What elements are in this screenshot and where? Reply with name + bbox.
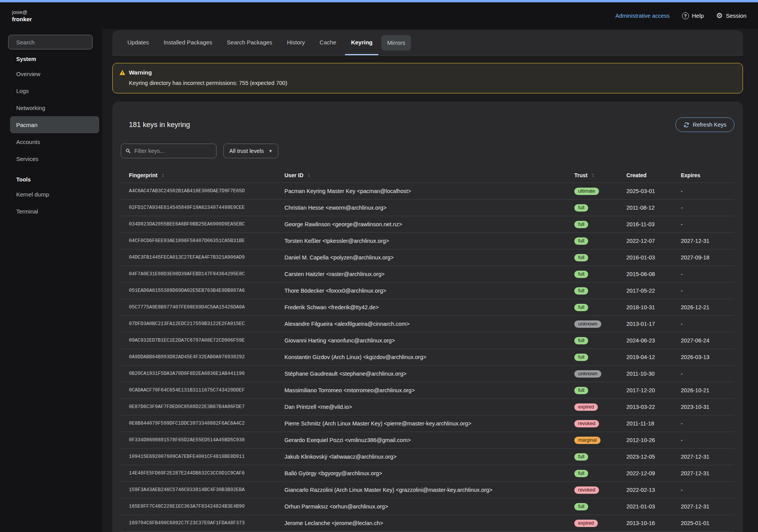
key-expires: 2026-10-21 — [673, 387, 734, 393]
key-fingerprint: 0B20CA1931F5DA3A70D0F8D2EA6836E1AB441196 — [121, 371, 276, 376]
key-row[interactable]: 07DFD3A0BC213FA12EDC217559B3122E2FA915EC… — [121, 316, 734, 332]
column-header[interactable]: Expires ↕ — [673, 172, 734, 178]
key-expires: 2027-06-24 — [673, 337, 734, 344]
sidebar-nav-item[interactable]: Networking — [10, 99, 99, 116]
trust-badge: full — [574, 221, 588, 228]
key-expires: 2027-12-31 — [673, 503, 734, 510]
filter-keys-box[interactable] — [121, 144, 217, 158]
tab-label: Mirrors — [387, 39, 405, 46]
key-created: 2011-10-30 — [618, 371, 673, 377]
key-row[interactable]: 14E46FE5FD69F2E287E244DB632C3CC0D1C9CAF6… — [121, 465, 734, 482]
key-expires: - — [673, 420, 734, 427]
key-row[interactable]: 02FD1C7A934E614545849F19A6234074498E9CEE… — [121, 200, 734, 216]
key-expires: - — [673, 371, 734, 377]
key-fingerprint: 034D823DA2055BEE6A6BF0BB25EA6900D9EA5EBC — [121, 222, 276, 227]
key-user-id: Daniel M. Capella <polyzen@archlinux.org… — [276, 254, 566, 261]
trust-badge: ultimate — [574, 188, 599, 195]
tab-label: Search Packages — [227, 39, 272, 46]
key-row[interactable]: A4C6AC47AB3C24502B1AB410E308DAE7D9F7E65D… — [121, 183, 734, 200]
key-row[interactable]: 034D823DA2055BEE6A6BF0BB25EA6900D9EA5EBC… — [121, 216, 734, 233]
key-row[interactable]: 04F7A0E31E08D3E08D39AFEBD147F94364295E8C… — [121, 266, 734, 283]
column-header[interactable]: Created ↕ — [618, 172, 673, 178]
key-row[interactable]: 109415E692007609CA7EBFE4001CF4810BE8D911… — [121, 449, 734, 465]
key-row[interactable]: 04CF0CD6F6EE93AE1896F58407D06351CA5B31BE… — [121, 233, 734, 249]
tab[interactable]: Installed Packages — [158, 30, 218, 55]
trust-badge: revoked — [574, 486, 599, 494]
key-row[interactable]: 165E0FF7C48C226E1EC363A7F83424824B3E4B90… — [121, 498, 734, 515]
sidebar-nav-item[interactable]: Services — [10, 150, 99, 167]
key-row[interactable]: 0CADAACF70F64C654E131B3111675C743429DDEF… — [121, 382, 734, 399]
sort-icon: ↕ — [162, 172, 164, 178]
refresh-keys-label: Refresh Keys — [693, 122, 726, 128]
key-user-id: Stéphane Gaudreault <stephane@archlinux.… — [276, 371, 566, 377]
sidebar-nav-item[interactable]: Logs — [10, 82, 99, 99]
nav-item-label: Terminal — [16, 208, 38, 215]
column-header[interactable]: Fingerprint ↕ — [121, 172, 276, 178]
nav-group-system: System Overview Logs Networking Pacman A… — [0, 54, 102, 167]
key-expires: - — [673, 188, 734, 194]
refresh-keys-button[interactable]: Refresh Keys — [675, 117, 734, 132]
key-user-id: Frederik Schwan <frederik@tty42.de> — [276, 304, 566, 310]
column-header-label: Fingerprint — [129, 172, 157, 178]
sidebar-nav-item[interactable]: Accounts — [10, 133, 99, 150]
alert-message: Keyring directory has incorrect permissi… — [119, 79, 735, 87]
key-fingerprint: 04CF0CD6F6EE93AE1896F58407D06351CA5B31BE — [121, 238, 276, 244]
tab[interactable]: History — [281, 30, 311, 55]
key-row[interactable]: 169704C6FB490C6892C7F23C37E0AF1FDA48F373… — [121, 515, 734, 532]
key-row[interactable]: 0E87D6C3F9AF7FDED0C8588D22E3B67B4A86FDE7… — [121, 399, 734, 415]
trust-badge: full — [574, 287, 588, 295]
key-created: 2016-01-03 — [618, 254, 673, 261]
host-switcher[interactable]: josie@ fronker — [12, 9, 32, 23]
key-fingerprint: 109415E692007609CA7EBFE4001CF4810BE8D911 — [121, 454, 276, 459]
sidebar-nav-item[interactable]: Terminal — [10, 203, 99, 220]
tab[interactable]: Keyring — [345, 30, 378, 55]
tab[interactable]: Mirrors — [381, 35, 411, 51]
sidebar-nav-item[interactable]: Pacman — [10, 116, 99, 133]
key-fingerprint: 04F7A0E31E08D3E08D39AFEBD147F94364295E8C — [121, 271, 276, 277]
tab-label: Cache — [320, 39, 336, 46]
help-menu[interactable]: ? Help — [682, 12, 704, 19]
nav-group-title: Tools — [16, 175, 102, 184]
trust-badge: expired — [574, 520, 598, 527]
key-row[interactable]: 051EAD6A6155389D69DA02E5EB763B4E9DB887A6… — [121, 283, 734, 299]
nav-item-label: Accounts — [16, 139, 40, 145]
key-fingerprint: 051EAD6A6155389D69DA02E5EB763B4E9DB887A6 — [121, 288, 276, 293]
trust-level-select[interactable]: All trust levels ▼ — [223, 144, 278, 158]
key-created: 2022-02-13 — [618, 487, 673, 493]
key-created: 2018-10-31 — [618, 304, 673, 310]
tab[interactable]: Updates — [122, 30, 155, 55]
nav-group-title: System — [16, 54, 102, 64]
administrative-access-link[interactable]: Administrative access — [616, 13, 670, 19]
key-row[interactable]: 09AC932ED7B1EC1E2DA7C6797A08E72CD906F59E… — [121, 332, 734, 349]
key-row[interactable]: 05C7775A9E8B977407FE08E69D4C5AA15426DA0A… — [121, 299, 734, 316]
sidebar-nav-item[interactable]: Kernel dump — [10, 186, 99, 203]
key-row[interactable]: 0F334D8698881578F65D2AE55ED514A45BD5C938… — [121, 432, 734, 449]
tab-label: Installed Packages — [164, 39, 212, 46]
sort-icon: ↕ — [308, 172, 310, 178]
session-menu[interactable]: ⚙ Session — [716, 12, 746, 19]
key-row[interactable]: 04DC3FB1445FECA813C27EFAEA4F7B321A906AD9… — [121, 249, 734, 266]
nav-item-label: Services — [16, 156, 39, 162]
column-header[interactable]: Trust ↕ — [566, 172, 618, 178]
key-user-id: Jerome Leclanche <jerome@leclan.ch> — [276, 520, 566, 526]
sidebar-search[interactable] — [8, 35, 93, 49]
column-header[interactable]: User ID ↕ — [276, 172, 566, 178]
key-row[interactable]: 159F3A43AEB246C5746C033814BC4F30B3B92EBA… — [121, 482, 734, 498]
trust-badge: unknown — [574, 320, 601, 328]
filter-keys-input[interactable] — [134, 148, 212, 154]
key-created: 2023-12-05 — [618, 454, 673, 460]
column-header-label: Trust — [574, 172, 587, 178]
keys-table: Fingerprint ↕ User ID ↕ Trust ↕ — [121, 168, 734, 532]
key-row[interactable]: 0B20CA1931F5DA3A70D0F8D2EA6836E1AB441196… — [121, 366, 734, 382]
refresh-icon — [684, 122, 689, 128]
sidebar-nav-item[interactable]: Overview — [10, 65, 99, 82]
keyring-card: 181 keys in keyring Refresh Keys — [112, 102, 743, 532]
tab[interactable]: Search Packages — [221, 30, 278, 55]
key-row[interactable]: 0A9DDABB64B993D82AD45E4F32EAB0A976938292… — [121, 349, 734, 366]
page: josie@ fronker Administrative access ? H… — [0, 0, 758, 532]
key-created: 2013-03-22 — [618, 404, 673, 410]
key-row[interactable]: 0E8B644079F599DFC1DDC3973348882F6AC6A4C2… — [121, 415, 734, 432]
sidebar-search-input[interactable] — [16, 39, 93, 46]
tab[interactable]: Cache — [314, 30, 342, 55]
chevron-down-icon: ▼ — [268, 149, 272, 153]
